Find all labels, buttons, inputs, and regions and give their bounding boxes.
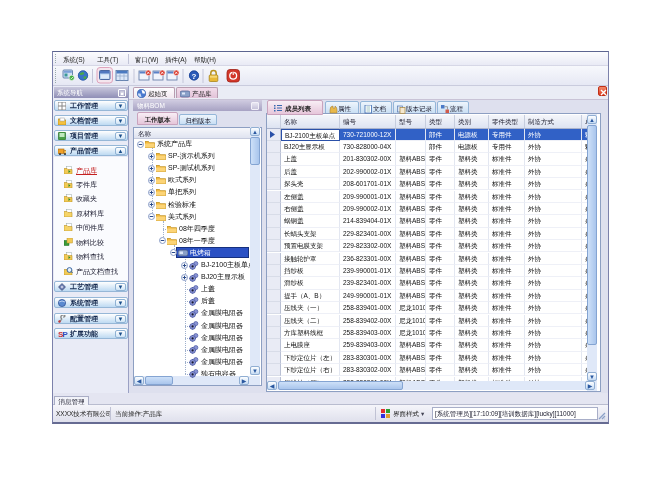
svg-text:?: ? [192, 72, 197, 81]
svg-text:P: P [63, 330, 69, 338]
